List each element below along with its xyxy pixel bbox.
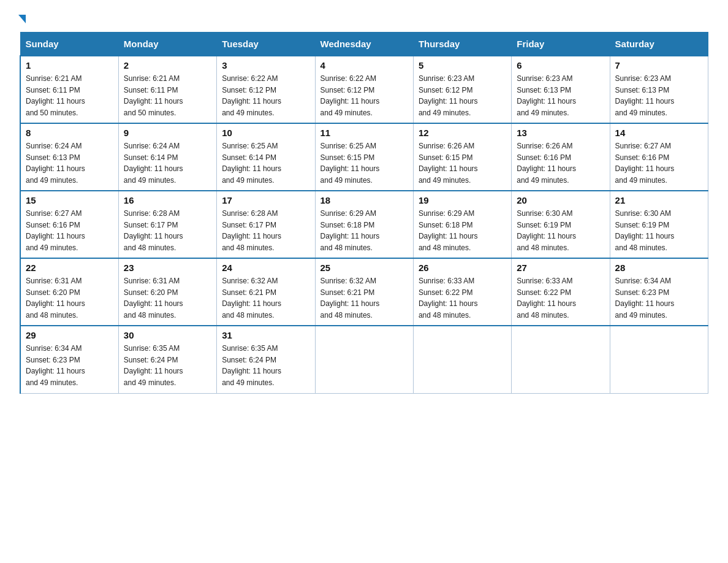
day-info: Sunrise: 6:23 AM Sunset: 6:12 PM Dayligh… <box>419 73 506 118</box>
calendar-week-row: 15 Sunrise: 6:27 AM Sunset: 6:16 PM Dayl… <box>20 191 708 258</box>
calendar-cell: 7 Sunrise: 6:23 AM Sunset: 6:13 PM Dayli… <box>610 56 708 123</box>
day-number: 17 <box>222 195 309 205</box>
day-number: 23 <box>124 262 211 273</box>
calendar-header: SundayMondayTuesdayWednesdayThursdayFrid… <box>20 33 708 56</box>
calendar-week-row: 22 Sunrise: 6:31 AM Sunset: 6:20 PM Dayl… <box>20 258 708 326</box>
day-info: Sunrise: 6:28 AM Sunset: 6:17 PM Dayligh… <box>222 208 309 253</box>
day-number: 29 <box>26 330 113 340</box>
day-info: Sunrise: 6:25 AM Sunset: 6:14 PM Dayligh… <box>222 140 309 186</box>
calendar-cell: 3 Sunrise: 6:22 AM Sunset: 6:12 PM Dayli… <box>217 56 315 123</box>
day-info: Sunrise: 6:33 AM Sunset: 6:22 PM Dayligh… <box>419 275 506 321</box>
day-number: 31 <box>222 330 309 340</box>
calendar-cell: 14 Sunrise: 6:27 AM Sunset: 6:16 PM Dayl… <box>610 123 708 191</box>
day-info: Sunrise: 6:34 AM Sunset: 6:23 PM Dayligh… <box>26 343 113 388</box>
calendar-cell: 23 Sunrise: 6:31 AM Sunset: 6:20 PM Dayl… <box>118 258 216 326</box>
day-number: 16 <box>124 195 211 205</box>
calendar-cell <box>315 326 413 393</box>
calendar-cell <box>610 326 708 393</box>
header-cell-friday: Friday <box>512 33 610 56</box>
day-info: Sunrise: 6:21 AM Sunset: 6:11 PM Dayligh… <box>26 73 113 118</box>
day-info: Sunrise: 6:27 AM Sunset: 6:16 PM Dayligh… <box>615 140 703 186</box>
calendar-cell: 11 Sunrise: 6:25 AM Sunset: 6:15 PM Dayl… <box>315 123 413 191</box>
day-number: 30 <box>124 330 211 340</box>
day-number: 11 <box>320 128 408 138</box>
day-info: Sunrise: 6:26 AM Sunset: 6:16 PM Dayligh… <box>517 140 604 186</box>
day-number: 18 <box>320 195 408 205</box>
day-number: 12 <box>419 128 506 138</box>
calendar-cell: 17 Sunrise: 6:28 AM Sunset: 6:17 PM Dayl… <box>217 191 315 258</box>
page-header <box>20 15 708 22</box>
calendar-cell: 25 Sunrise: 6:32 AM Sunset: 6:21 PM Dayl… <box>315 258 413 326</box>
calendar-cell: 21 Sunrise: 6:30 AM Sunset: 6:19 PM Dayl… <box>610 191 708 258</box>
calendar-cell: 9 Sunrise: 6:24 AM Sunset: 6:14 PM Dayli… <box>118 123 216 191</box>
calendar-cell: 8 Sunrise: 6:24 AM Sunset: 6:13 PM Dayli… <box>20 123 118 191</box>
calendar-cell: 15 Sunrise: 6:27 AM Sunset: 6:16 PM Dayl… <box>20 191 118 258</box>
day-number: 19 <box>419 195 506 205</box>
calendar-cell: 31 Sunrise: 6:35 AM Sunset: 6:24 PM Dayl… <box>217 326 315 393</box>
day-info: Sunrise: 6:32 AM Sunset: 6:21 PM Dayligh… <box>320 275 408 321</box>
calendar-cell: 1 Sunrise: 6:21 AM Sunset: 6:11 PM Dayli… <box>20 56 118 123</box>
header-cell-sunday: Sunday <box>20 33 118 56</box>
day-info: Sunrise: 6:31 AM Sunset: 6:20 PM Dayligh… <box>26 275 113 321</box>
day-number: 9 <box>124 128 211 138</box>
day-number: 7 <box>615 60 703 71</box>
day-info: Sunrise: 6:32 AM Sunset: 6:21 PM Dayligh… <box>222 275 309 321</box>
logo <box>20 15 26 22</box>
day-number: 24 <box>222 262 309 273</box>
calendar-cell: 12 Sunrise: 6:26 AM Sunset: 6:15 PM Dayl… <box>413 123 511 191</box>
day-info: Sunrise: 6:27 AM Sunset: 6:16 PM Dayligh… <box>26 208 113 253</box>
day-info: Sunrise: 6:25 AM Sunset: 6:15 PM Dayligh… <box>320 140 408 186</box>
calendar-cell <box>413 326 511 393</box>
calendar-week-row: 1 Sunrise: 6:21 AM Sunset: 6:11 PM Dayli… <box>20 56 708 123</box>
day-info: Sunrise: 6:29 AM Sunset: 6:18 PM Dayligh… <box>320 208 408 253</box>
day-info: Sunrise: 6:23 AM Sunset: 6:13 PM Dayligh… <box>615 73 703 118</box>
calendar-cell: 19 Sunrise: 6:29 AM Sunset: 6:18 PM Dayl… <box>413 191 511 258</box>
day-number: 21 <box>615 195 703 205</box>
day-info: Sunrise: 6:34 AM Sunset: 6:23 PM Dayligh… <box>615 275 703 321</box>
header-cell-monday: Monday <box>118 33 216 56</box>
header-cell-tuesday: Tuesday <box>217 33 315 56</box>
calendar-cell <box>512 326 610 393</box>
header-row: SundayMondayTuesdayWednesdayThursdayFrid… <box>20 33 708 56</box>
day-number: 13 <box>517 128 604 138</box>
day-info: Sunrise: 6:21 AM Sunset: 6:11 PM Dayligh… <box>124 73 211 118</box>
calendar-cell: 18 Sunrise: 6:29 AM Sunset: 6:18 PM Dayl… <box>315 191 413 258</box>
calendar-cell: 5 Sunrise: 6:23 AM Sunset: 6:12 PM Dayli… <box>413 56 511 123</box>
day-info: Sunrise: 6:30 AM Sunset: 6:19 PM Dayligh… <box>615 208 703 253</box>
calendar-cell: 13 Sunrise: 6:26 AM Sunset: 6:16 PM Dayl… <box>512 123 610 191</box>
day-number: 27 <box>517 262 604 273</box>
day-info: Sunrise: 6:24 AM Sunset: 6:13 PM Dayligh… <box>26 140 113 186</box>
day-number: 3 <box>222 60 309 71</box>
day-number: 8 <box>26 128 113 138</box>
calendar-week-row: 29 Sunrise: 6:34 AM Sunset: 6:23 PM Dayl… <box>20 326 708 393</box>
calendar-cell: 30 Sunrise: 6:35 AM Sunset: 6:24 PM Dayl… <box>118 326 216 393</box>
day-number: 26 <box>419 262 506 273</box>
calendar-cell: 2 Sunrise: 6:21 AM Sunset: 6:11 PM Dayli… <box>118 56 216 123</box>
day-number: 2 <box>124 60 211 71</box>
day-info: Sunrise: 6:35 AM Sunset: 6:24 PM Dayligh… <box>124 343 211 388</box>
day-info: Sunrise: 6:24 AM Sunset: 6:14 PM Dayligh… <box>124 140 211 186</box>
day-info: Sunrise: 6:33 AM Sunset: 6:22 PM Dayligh… <box>517 275 604 321</box>
day-info: Sunrise: 6:29 AM Sunset: 6:18 PM Dayligh… <box>419 208 506 253</box>
day-info: Sunrise: 6:23 AM Sunset: 6:13 PM Dayligh… <box>517 73 604 118</box>
header-cell-wednesday: Wednesday <box>315 33 413 56</box>
calendar-cell: 10 Sunrise: 6:25 AM Sunset: 6:14 PM Dayl… <box>217 123 315 191</box>
calendar-cell: 22 Sunrise: 6:31 AM Sunset: 6:20 PM Dayl… <box>20 258 118 326</box>
calendar-cell: 27 Sunrise: 6:33 AM Sunset: 6:22 PM Dayl… <box>512 258 610 326</box>
day-info: Sunrise: 6:30 AM Sunset: 6:19 PM Dayligh… <box>517 208 604 253</box>
day-number: 6 <box>517 60 604 71</box>
day-info: Sunrise: 6:31 AM Sunset: 6:20 PM Dayligh… <box>124 275 211 321</box>
day-number: 25 <box>320 262 408 273</box>
calendar-week-row: 8 Sunrise: 6:24 AM Sunset: 6:13 PM Dayli… <box>20 123 708 191</box>
calendar-cell: 29 Sunrise: 6:34 AM Sunset: 6:23 PM Dayl… <box>20 326 118 393</box>
calendar-cell: 4 Sunrise: 6:22 AM Sunset: 6:12 PM Dayli… <box>315 56 413 123</box>
logo-triangle-icon <box>18 15 26 23</box>
day-info: Sunrise: 6:22 AM Sunset: 6:12 PM Dayligh… <box>222 73 309 118</box>
day-number: 22 <box>26 262 113 273</box>
calendar-cell: 28 Sunrise: 6:34 AM Sunset: 6:23 PM Dayl… <box>610 258 708 326</box>
day-info: Sunrise: 6:22 AM Sunset: 6:12 PM Dayligh… <box>320 73 408 118</box>
day-info: Sunrise: 6:35 AM Sunset: 6:24 PM Dayligh… <box>222 343 309 388</box>
day-number: 15 <box>26 195 113 205</box>
day-number: 1 <box>26 60 113 71</box>
day-number: 20 <box>517 195 604 205</box>
